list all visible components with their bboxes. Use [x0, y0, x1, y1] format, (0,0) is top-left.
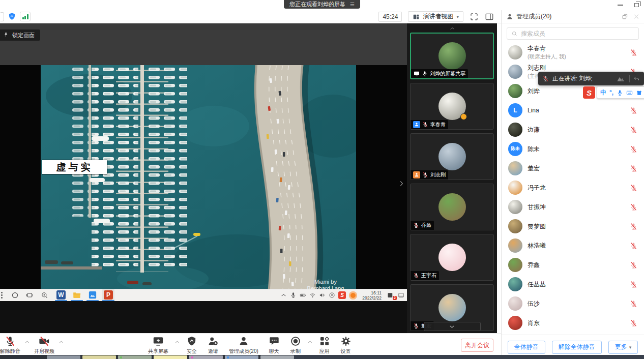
scroll-up-chevron-icon[interactable]: [448, 25, 456, 32]
video-tile[interactable]: 刘志刚: [410, 133, 494, 180]
ime-punctuation-toggle[interactable]: °,: [609, 89, 613, 96]
fullscreen-button[interactable]: [470, 12, 479, 21]
sogou-logo[interactable]: S: [583, 86, 595, 99]
os-taskbar-window-button[interactable]: [118, 355, 152, 359]
meeting-protect-shield-icon[interactable]: [8, 12, 16, 21]
chevron-up-icon[interactable]: [307, 339, 313, 345]
os-taskbar-window-button[interactable]: [82, 355, 116, 359]
watching-banner[interactable]: 您正在观看刘烨的屏幕 ☰: [284, 0, 360, 9]
member-row[interactable]: 林浩曦: [502, 236, 644, 255]
member-row[interactable]: 董宏: [502, 159, 644, 178]
notification-tray-icon[interactable]: 2: [387, 291, 395, 299]
os-taskbar-window-button[interactable]: [47, 355, 80, 359]
taskbar-app-explorer[interactable]: [71, 289, 83, 301]
muted-mic-icon[interactable]: [630, 223, 637, 230]
muted-mic-icon[interactable]: [630, 319, 637, 327]
member-search-box[interactable]: [507, 27, 639, 40]
side-panel-toggle-button[interactable]: [485, 12, 494, 21]
video-tile[interactable]: 刘烨的屏幕共享: [410, 33, 494, 79]
taskbar-app-word[interactable]: W: [55, 289, 67, 301]
muted-mic-icon[interactable]: [630, 261, 637, 269]
muted-mic-icon[interactable]: [630, 184, 637, 192]
member-row[interactable]: 边谦: [502, 120, 644, 139]
muted-mic-icon[interactable]: [630, 107, 637, 114]
taskbar-app-photos[interactable]: [86, 289, 99, 301]
ime-skin-shirt-icon[interactable]: [636, 89, 642, 96]
orange-ime-tray-icon[interactable]: [349, 291, 357, 300]
window-restore-button[interactable]: [634, 3, 639, 7]
mute-all-button[interactable]: 全体静音: [508, 341, 545, 354]
member-row[interactable]: 伍沙: [502, 294, 644, 313]
toolbar-gear-button[interactable]: 设置: [336, 336, 356, 355]
sogou-tray-icon[interactable]: S: [338, 291, 346, 299]
os-taskbar-window-button[interactable]: [154, 355, 187, 359]
toolbar-chat-button[interactable]: 聊天: [265, 336, 284, 355]
taskbar-app-powerpoint[interactable]: P: [102, 289, 114, 301]
toolbar-apps-button[interactable]: 应用: [315, 336, 334, 355]
muted-mic-icon[interactable]: [630, 126, 637, 134]
toolbar-mic-button[interactable]: 解除静音: [0, 336, 24, 355]
muted-mic-icon[interactable]: [630, 145, 637, 153]
network-quality-icon[interactable]: [20, 12, 31, 21]
close-panel-icon[interactable]: [633, 13, 639, 20]
member-row[interactable]: 任丛丛: [502, 275, 644, 294]
video-tile[interactable]: 乔鑫: [410, 184, 494, 230]
muted-mic-icon[interactable]: [630, 165, 637, 172]
chevron-up-icon[interactable]: [24, 339, 30, 345]
collapse-strip-handle[interactable]: [398, 179, 405, 188]
member-row[interactable]: 冯子龙: [502, 178, 644, 197]
taskview-taskbar-icon[interactable]: [26, 291, 34, 299]
os-taskbar-window-button[interactable]: [260, 355, 294, 359]
reply-arrow-icon[interactable]: [633, 75, 640, 82]
toolbar-shield-button[interactable]: 安全: [182, 336, 201, 355]
toolbar-label: 邀请: [208, 348, 218, 355]
member-row[interactable]: 贾梦圆: [502, 217, 644, 236]
os-taskbar-window-button[interactable]: [189, 355, 223, 359]
taskbar-edge-dots-icon: [1, 292, 3, 298]
toolbar-person-button[interactable]: 管理成员(20): [225, 336, 262, 355]
avatar: L: [508, 103, 522, 117]
toolbar-cam-button[interactable]: 开启视频: [30, 336, 58, 355]
unmute-all-button[interactable]: 解除全体静音: [552, 341, 602, 354]
video-tile[interactable]: 王宇石: [410, 234, 494, 281]
ime-language-toggle[interactable]: 中: [600, 88, 606, 97]
member-row[interactable]: 陈未陈未: [502, 139, 644, 159]
toolbar-invite-button[interactable]: 邀请: [203, 336, 223, 355]
speaker-tray-icon[interactable]: [319, 292, 326, 298]
ime-mic-icon[interactable]: [617, 89, 623, 96]
member-row[interactable]: 李春青(联席主持人, 我): [502, 43, 644, 62]
muted-mic-icon[interactable]: [630, 203, 637, 211]
member-row[interactable]: LLina: [502, 101, 644, 120]
popout-panel-icon[interactable]: [622, 13, 628, 20]
os-taskbar-window-button[interactable]: [225, 355, 258, 359]
view-mode-button[interactable]: 演讲者视图 ▾: [408, 11, 463, 22]
circleX-tray-icon[interactable]: [329, 292, 335, 298]
zoomGlass-taskbar-icon[interactable]: [41, 291, 48, 299]
lock-view-button[interactable]: 锁定画面: [0, 29, 40, 41]
mic-tray-icon[interactable]: [290, 292, 297, 298]
member-row[interactable]: 乔鑫: [502, 255, 644, 275]
search-input[interactable]: [521, 30, 634, 37]
muted-mic-icon[interactable]: [630, 49, 637, 56]
member-row[interactable]: 肖东: [502, 313, 644, 333]
muted-mic-icon[interactable]: [630, 242, 637, 250]
muted-mic-icon[interactable]: [630, 300, 637, 308]
battery-tray-icon[interactable]: [300, 292, 306, 298]
member-row[interactable]: 甘振坤: [502, 197, 644, 217]
scroll-down-chevron-button[interactable]: [424, 322, 481, 331]
banner-menu-icon[interactable]: ☰: [350, 2, 355, 7]
action-center-icon[interactable]: [398, 292, 404, 298]
start-taskbar-icon[interactable]: [11, 291, 19, 299]
leave-meeting-button[interactable]: 离开会议: [461, 339, 493, 352]
toolbar-record-button[interactable]: 录制: [286, 336, 305, 355]
window-minimize-button[interactable]: [618, 5, 623, 6]
more-button[interactable]: 更多 ▾: [608, 341, 638, 354]
chevron-up-icon[interactable]: [174, 339, 180, 345]
video-tile[interactable]: 李春青: [410, 83, 494, 130]
muted-mic-icon[interactable]: [630, 281, 637, 288]
chevron-up-icon[interactable]: [58, 339, 64, 345]
toolbar-share-button[interactable]: 共享屏幕: [144, 336, 172, 355]
ime-keyboard-icon[interactable]: [626, 89, 633, 96]
chevUp-tray-icon[interactable]: [280, 292, 287, 298]
wifi-tray-icon[interactable]: [309, 292, 316, 298]
